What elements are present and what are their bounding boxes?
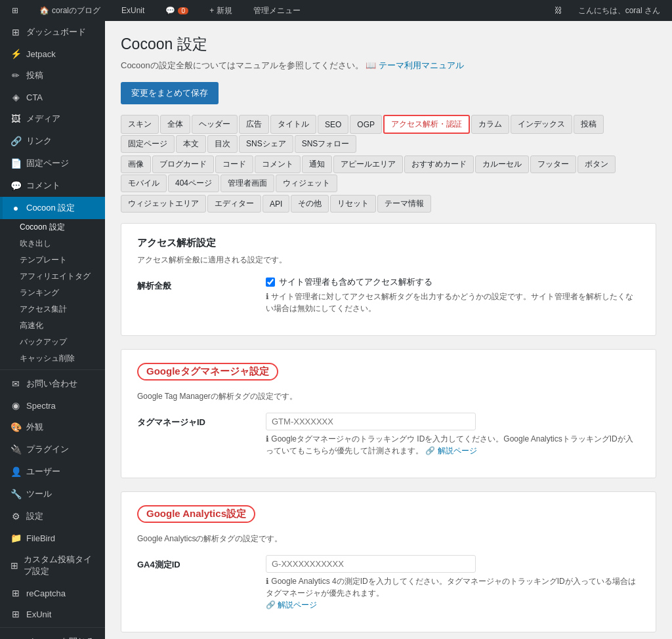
tab-appeal-area[interactable]: アピールエリア (333, 155, 403, 173)
sidebar-sub-ranking[interactable]: ランキング (0, 285, 105, 301)
tab-blog-card[interactable]: ブログカード (152, 155, 214, 173)
sidebar-item-fixed-page[interactable]: 📄 固定ページ (0, 152, 105, 175)
exunit-bar[interactable]: ExUnit (116, 0, 150, 21)
tab-editor[interactable]: エディター (207, 195, 261, 213)
tab-sns-follow[interactable]: SNSフォロー (295, 135, 357, 153)
comment-bar[interactable]: 💬 0 (160, 0, 194, 21)
sidebar-item-posts[interactable]: ✏ 投稿 (0, 64, 105, 87)
tab-overall[interactable]: 全体 (160, 115, 190, 134)
sidebar-sub-template[interactable]: テンプレート (0, 252, 105, 268)
sidebar-item-contact[interactable]: ✉ お問い合わせ (0, 373, 105, 395)
tabs-row-3: ウィジェットエリア エディター API その他 リセット テーマ情報 (121, 195, 656, 213)
tab-sns-share[interactable]: SNSシェア (239, 135, 293, 153)
tab-fixed-page[interactable]: 固定ページ (121, 135, 175, 153)
tab-button[interactable]: ボタン (578, 155, 616, 173)
tab-image[interactable]: 画像 (121, 155, 151, 173)
network-icon: ⛓ (555, 6, 562, 15)
manual-link[interactable]: 📖 テーマ利用マニュアル (366, 60, 464, 70)
ga-input[interactable] (266, 555, 476, 573)
tab-404[interactable]: 404ページ (168, 175, 219, 192)
access-checkbox[interactable] (266, 278, 275, 287)
sidebar-item-custom-post[interactable]: ⊞ カスタム投稿タイプ設定 (0, 548, 105, 583)
tab-title[interactable]: タイトル (270, 115, 316, 134)
tab-toc[interactable]: 目次 (207, 135, 238, 153)
tab-ads[interactable]: 広告 (239, 115, 269, 134)
sidebar-item-cocoon[interactable]: ● Cocoon 設定 (0, 197, 105, 219)
gtm-section-desc: Google Tag Managerの解析タグの設定です。 (137, 391, 640, 402)
tab-access[interactable]: アクセス解析・認証 (383, 115, 470, 134)
sidebar-item-comments[interactable]: 💬 コメント (0, 175, 105, 197)
admin-menu-bar[interactable]: 管理メニュー (248, 0, 306, 21)
tab-seo[interactable]: SEO (318, 115, 348, 134)
access-form-row: 解析全般 サイト管理者も含めてアクセス解析する ℹ サイト管理者に対してアクセス… (137, 276, 640, 314)
sidebar-item-spectra[interactable]: ◉ Spectra (0, 395, 105, 416)
access-checkbox-label: サイト管理者も含めてアクセス解析する (279, 276, 432, 288)
save-button[interactable]: 変更をまとめて保存 (121, 82, 219, 104)
dashboard-icon: ⊞ (10, 27, 21, 37)
tab-api[interactable]: API (262, 195, 289, 213)
exunit-icon: ⊞ (10, 609, 21, 619)
tab-column[interactable]: カラム (471, 115, 509, 134)
tab-other[interactable]: その他 (291, 195, 329, 213)
tab-comment[interactable]: コメント (255, 155, 301, 173)
recaptcha-icon: ⊞ (10, 588, 21, 598)
tools-icon: 🔧 (10, 489, 21, 499)
tab-code[interactable]: コード (215, 155, 253, 173)
tab-footer[interactable]: フッター (530, 155, 576, 173)
jetpack-icon: ⚡ (10, 49, 21, 59)
tab-mobile[interactable]: モバイル (121, 175, 167, 192)
new-bar[interactable]: + 新規 (204, 0, 237, 21)
sidebar-item-jetpack[interactable]: ⚡ Jetpack (0, 43, 105, 64)
gtm-input[interactable] (266, 413, 476, 430)
wp-logo[interactable]: ⊞ (7, 0, 24, 21)
tab-index[interactable]: インデックス (511, 115, 572, 134)
tab-admin-screen[interactable]: 管理者画面 (220, 175, 274, 192)
tab-notification[interactable]: 通知 (302, 155, 332, 173)
tabs-row-2: 画像 ブログカード コード コメント 通知 アピールエリア おすすめカード カル… (121, 155, 656, 192)
sidebar-item-recaptcha[interactable]: ⊞ reCaptcha (0, 583, 105, 604)
ga-help-link[interactable]: 🔗 解説ページ (266, 600, 317, 609)
sidebar-item-settings[interactable]: ⚙ 設定 (0, 505, 105, 527)
tab-reset[interactable]: リセット (330, 195, 376, 213)
sidebar-item-links[interactable]: 🔗 リンク (0, 130, 105, 152)
sidebar-sub-speech[interactable]: 吹き出し (0, 236, 105, 252)
sidebar-sub-speed[interactable]: 高速化 (0, 318, 105, 334)
sidebar-sub-access-count[interactable]: アクセス集計 (0, 301, 105, 318)
sidebar-item-dashboard[interactable]: ⊞ ダッシュボード (0, 21, 105, 43)
gtm-help: ℹ Googleタグマネージャのトラッキングウ IDを入力してください。Goog… (266, 433, 640, 457)
sidebar-sub-cache[interactable]: キャッシュ削除 (0, 350, 105, 367)
gtm-label: タグマネージャID (137, 413, 255, 428)
tab-theme-info[interactable]: テーマ情報 (377, 195, 431, 213)
ga-help: ℹ Google Analytics 4の測定IDを入力してください。タグマネー… (266, 575, 640, 611)
tab-skin[interactable]: スキン (121, 115, 159, 134)
sidebar-item-media[interactable]: 🖼 メディア (0, 108, 105, 130)
tab-widget-area[interactable]: ウィジェットエリア (121, 195, 206, 213)
sidebar-sub-backup[interactable]: バックアップ (0, 334, 105, 350)
sidebar-sub-affiliate[interactable]: アフィリエイトタグ (0, 268, 105, 285)
plugins-icon: 🔌 (10, 444, 21, 455)
tab-body-text[interactable]: 本文 (176, 135, 206, 153)
sidebar-divider-2 (0, 627, 105, 628)
sidebar-item-appearance[interactable]: 🎨 外観 (0, 416, 105, 438)
tab-carousel[interactable]: カルーセル (475, 155, 529, 173)
tab-article[interactable]: 投稿 (574, 115, 604, 134)
sidebar-item-exunit[interactable]: ⊞ ExUnit (0, 604, 105, 625)
fixed-page-icon: 📄 (10, 158, 21, 169)
sidebar-item-filebird[interactable]: 📁 FileBird (0, 527, 105, 548)
sidebar-item-plugins[interactable]: 🔌 プラグイン (0, 438, 105, 461)
tab-ogp[interactable]: OGP (350, 115, 382, 134)
gtm-help-link[interactable]: 🔗 解説ページ (425, 446, 476, 455)
sidebar-item-close-menu[interactable]: ◀ メニューを閉じる (0, 630, 105, 639)
site-name[interactable]: 🏠 coralのブログ (34, 0, 106, 21)
greeting-bar[interactable]: こんにちは、coral さん (573, 0, 665, 21)
tab-widget[interactable]: ウィジェット (276, 175, 337, 192)
close-menu-icon: ◀ (10, 636, 21, 639)
tab-header[interactable]: ヘッダー (192, 115, 238, 134)
admin-bar: ⊞ 🏠 coralのブログ ExUnit 💬 0 + 新規 管理メニュー ⛓ こ… (0, 0, 672, 21)
sidebar-item-users[interactable]: 👤 ユーザー (0, 461, 105, 483)
sidebar-item-cta[interactable]: ◈ CTA (0, 87, 105, 108)
sidebar-item-tools[interactable]: 🔧 ツール (0, 483, 105, 505)
tab-recommended-card[interactable]: おすすめカード (404, 155, 474, 173)
sidebar-sub-cocoon-settings[interactable]: Cocoon 設定 (0, 219, 105, 236)
page-subtitle: Cocoonの設定全般についてはマニュアルを参照してください。 📖 テーマ利用マ… (121, 60, 656, 72)
